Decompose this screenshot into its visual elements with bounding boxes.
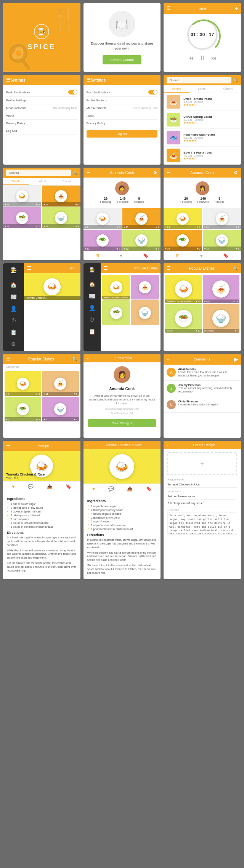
search-input[interactable] — [167, 77, 231, 83]
bookmark-action-2[interactable]: 🔖 — [146, 486, 152, 492]
profile-grid-item-3[interactable]: 🥗 ♥ 12★ 2 — [83, 230, 122, 251]
sidebar-timer-2[interactable]: ⏱ — [89, 317, 95, 323]
timer-pause-button[interactable]: ⏸ — [199, 54, 205, 61]
recipe-item-1[interactable]: 🍝 Dried Tomato Pasta 4.5 Cal · 200 mb ★★… — [164, 93, 241, 111]
tab-classic-2[interactable]: Classic — [55, 178, 80, 185]
log-out-button[interactable]: Log Out — [87, 130, 158, 138]
ingredients-input[interactable] — [167, 493, 237, 500]
bookmark-tab-icon[interactable]: 🔖 — [143, 253, 149, 258]
sidebar-profile-2[interactable]: 👤 — [89, 305, 95, 311]
recipe-name-input[interactable] — [167, 482, 237, 488]
sidebar-item-timer[interactable]: ⏱ — [11, 317, 16, 323]
dish-card-main[interactable]: 🍛 Teriyaki Chicken... — [24, 273, 80, 300]
tab-simple-2[interactable]: Simple — [3, 178, 29, 185]
full-popular-card-2[interactable]: 🍝 Pasta♥ 14 — [203, 275, 239, 303]
hamburger-icon-7[interactable]: ☰ — [167, 266, 171, 271]
heart-tab-icon[interactable]: ♥ — [120, 253, 122, 258]
bookmark-tab-icon-2[interactable]: 🔖 — [223, 253, 229, 258]
settings-icon[interactable]: ⚙ — [153, 170, 157, 175]
profile-search-input[interactable] — [6, 170, 71, 176]
back-icon[interactable]: ← — [87, 356, 90, 360]
profile-settings-row-2[interactable]: Profile Settings — [87, 97, 158, 104]
share-action-2[interactable]: 📤 — [127, 486, 133, 492]
recipe-item-2[interactable]: 🥗 Citrus Spring Salad 3.2 Cal · 150 mb ★… — [164, 111, 241, 129]
sidebar-recipes-2[interactable]: 📋 — [89, 328, 95, 335]
grid-tab-icon-2[interactable]: ⊞ — [176, 253, 180, 258]
tab-classic[interactable]: Classic — [215, 85, 241, 93]
hamburger-icon[interactable]: ☰ — [87, 77, 91, 83]
save-changes-button[interactable]: Save Changes — [88, 419, 156, 427]
comment-action[interactable]: 💬 — [28, 484, 34, 489]
pg3-item-2[interactable]: 🍝 ♥ 21★ 9 — [203, 208, 241, 229]
popular-card-1[interactable]: 🍛 Asian Rice with Chicken — [102, 275, 130, 299]
hamburger-icon-5[interactable]: ☰ — [27, 266, 31, 271]
pg3-item-4[interactable]: 🍚 ♥ 12★ 3 — [203, 230, 241, 251]
cat-card-3[interactable]: 🥗 ♥ 6★ 3 — [5, 397, 41, 421]
hamburger-icon-8[interactable]: ☰ — [6, 356, 10, 362]
full-popular-card-1[interactable]: 🍛 Teriyaki Chicken & Rice♥ 26 — [165, 275, 202, 303]
pg3-item-1[interactable]: 🍛 ♥ 24★ 8 — [164, 208, 202, 229]
directions-textarea[interactable]: In a bowl, mix together water, brown sug… — [167, 512, 237, 535]
tab-latest[interactable]: Latest — [189, 85, 215, 93]
popular-card-4[interactable]: 🍚 — [131, 300, 159, 325]
settings-icon-2[interactable]: ⚙ — [234, 170, 238, 175]
search-icon[interactable]: 🔍 — [233, 78, 238, 82]
bookmark-action[interactable]: 🔖 — [66, 484, 71, 489]
push-notifications-row[interactable]: Push Notifications — [6, 88, 77, 97]
popular-card-3[interactable]: 🥗 — [102, 300, 130, 325]
tab-latest-2[interactable]: Latest — [29, 178, 55, 185]
measurements-row-2[interactable]: Measurements US Customary Units — [87, 104, 158, 112]
privacy-policy-row-2[interactable]: Privacy Policy — [87, 120, 158, 127]
privacy-policy-row[interactable]: Privacy Policy — [6, 120, 77, 127]
cat-card-4[interactable]: 🍚 ♥ 9★ 2 — [42, 397, 79, 421]
cat-card-1[interactable]: 🍛 ♥ 8★ 4 — [5, 371, 41, 396]
profile-settings-row[interactable]: Profile Settings — [6, 97, 77, 104]
profile-grid-item-2[interactable]: 🍝 ♥ 21★ 9 — [122, 208, 161, 229]
add-comment-button[interactable]: ▶ — [234, 356, 238, 362]
profile-grid-item-1[interactable]: 🍛 ♥ 24★ 8 — [83, 208, 122, 229]
sidebar-news-2[interactable]: 📰 — [89, 293, 95, 299]
recipe-item-3[interactable]: 🐟 Fish Fillet with Potato 5.1 Cal · 300 … — [164, 129, 241, 147]
search-icon-2[interactable]: 🔍 — [73, 171, 77, 175]
full-popular-card-4[interactable]: 🍚 Rice Bowl♥ 9 — [203, 304, 239, 333]
share-action[interactable]: 📤 — [47, 484, 53, 489]
full-popular-card-3[interactable]: 🥗 Salad♥ 12 — [165, 304, 202, 333]
hamburger-icon-4[interactable]: ☰ — [167, 170, 171, 175]
add-photo-button[interactable]: + — [167, 452, 237, 475]
comment-action-2[interactable]: 💬 — [108, 486, 114, 492]
back-icon-4[interactable]: ← — [167, 443, 170, 447]
hamburger-icon-6[interactable]: ☰ — [104, 266, 108, 271]
sidebar-item-profile[interactable]: 👤 — [10, 306, 17, 312]
hamburger-icon-9[interactable]: ☰ — [6, 443, 10, 448]
hamburger-icon-3[interactable]: ☰ — [87, 170, 91, 175]
hamburger-icon[interactable]: ☰ — [167, 6, 171, 11]
like-action[interactable]: ♥ — [12, 484, 14, 489]
about-row-2[interactable]: About — [87, 112, 158, 120]
measurements-row[interactable]: Measurements US Customary Units — [6, 104, 77, 112]
hamburger-icon[interactable]: ☰ — [6, 77, 10, 83]
grid-item-3[interactable]: 🥗 ♥ 12★ 2 — [3, 207, 41, 228]
ingredients-input-2[interactable] — [167, 500, 237, 506]
sidebar-item-news[interactable]: 📰 — [10, 294, 17, 300]
push-notifications-toggle-2[interactable] — [148, 90, 157, 94]
pg3-item-3[interactable]: 🥗 ♥ 19★ 2 — [164, 230, 202, 251]
grid-item-2[interactable]: 🍝 ♥ 21★ 9 — [42, 186, 80, 207]
sidebar-home-2[interactable]: 🏠 — [89, 281, 95, 287]
timer-forward-icon[interactable]: ⏭ — [211, 55, 217, 61]
search-icon-3[interactable]: 🔍 — [233, 266, 238, 271]
tab-simple[interactable]: Simple — [164, 85, 189, 93]
create-account-button[interactable]: Create Account — [103, 55, 141, 64]
back-icon-3[interactable]: ← — [87, 443, 90, 447]
cat-card-2[interactable]: 🍝 ♥ 11★ 5 — [42, 371, 79, 396]
grid-item-1[interactable]: 🍛 ♥ 24★ 8 — [3, 186, 41, 207]
recipe-item-4[interactable]: 🍝 Bow Tie Pasta Toss 4.0 Cal · 180 mb ★★… — [164, 147, 241, 165]
sidebar-item-settings[interactable]: ⚙ — [11, 341, 16, 347]
push-notifications-toggle[interactable] — [68, 90, 77, 94]
add-timer-button[interactable]: + — [235, 5, 238, 11]
back-icon-2[interactable]: ← — [167, 357, 170, 361]
grid-tab-icon[interactable]: ⊞ — [95, 253, 99, 258]
heart-tab-icon-2[interactable]: ♥ — [200, 253, 203, 258]
push-notifications-row-2[interactable]: Push Notifications — [87, 88, 158, 97]
like-action-2[interactable]: ♥ — [92, 486, 95, 492]
about-row[interactable]: About — [6, 112, 77, 120]
